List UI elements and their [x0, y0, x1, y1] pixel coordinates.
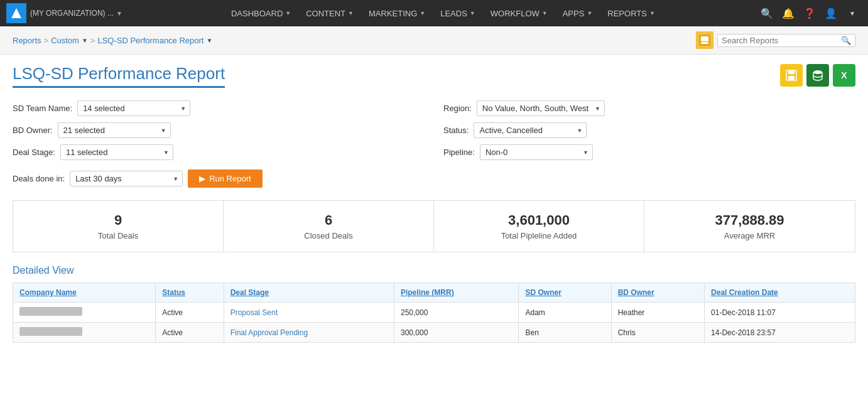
marketing-chevron: ▼ [420, 10, 425, 16]
database-report-icon[interactable] [806, 64, 829, 87]
top-navigation: (MY ORGANIZATION) ... ▼ DASHBOARD ▼ CONT… [0, 0, 868, 26]
stat-average-mrr: 377,888.89 Average MRR [644, 201, 855, 252]
stat-total-pipeline: 3,601,000 Total Pipleline Added [434, 201, 644, 252]
search-reports-input-wrap[interactable]: 🔍 [717, 34, 855, 47]
blurred-company [19, 307, 82, 316]
col-company-name[interactable]: Company Name [13, 283, 156, 303]
pipeline-select[interactable]: Non-0 [480, 144, 593, 160]
region-filter-row: Region: No Value, North, South, West [443, 100, 855, 116]
status-select-wrapper[interactable]: Active, Cancelled [474, 122, 587, 138]
save-folder-icon[interactable] [696, 31, 713, 49]
region-select-wrapper[interactable]: No Value, North, South, West [477, 100, 605, 116]
nav-apps[interactable]: APPS ▼ [555, 0, 600, 26]
sd-team-select-wrapper[interactable]: 14 selected [77, 100, 190, 116]
nav-dashboard[interactable]: DASHBOARD ▼ [224, 0, 298, 26]
search-reports-icon[interactable]: 🔍 [841, 36, 851, 45]
average-mrr-label: Average MRR [651, 231, 849, 240]
cell-company-name [13, 323, 156, 343]
col-status[interactable]: Status [156, 283, 224, 303]
col-bd-owner[interactable]: BD Owner [611, 283, 704, 303]
svg-rect-5 [788, 70, 795, 74]
run-report-button[interactable]: ▶ Run Report [188, 169, 262, 188]
nav-marketing[interactable]: MARKETING ▼ [361, 0, 433, 26]
org-label[interactable]: (MY ORGANIZATION) ... [30, 9, 114, 18]
status-label: Status: [443, 126, 469, 135]
stat-total-deals: 9 Total Deals [13, 201, 224, 252]
col-sd-owner[interactable]: SD Owner [519, 283, 611, 303]
profile-icon[interactable]: 👤 [822, 4, 840, 23]
bd-owner-select-wrapper[interactable]: 21 selected [58, 122, 171, 138]
nav-reports[interactable]: REPORTS ▼ [600, 0, 663, 26]
breadcrumb-bar: Reports > Custom ▼ > LSQ-SD Performance … [0, 26, 868, 55]
average-mrr-value: 377,888.89 [651, 212, 849, 229]
report-actions: X [780, 64, 855, 87]
svg-rect-2 [701, 36, 708, 41]
custom-chevron-icon[interactable]: ▼ [82, 37, 88, 44]
cell-bd-owner: Chris [611, 323, 704, 343]
logo-box [6, 3, 26, 23]
deals-done-select-wrapper[interactable]: Last 30 days [70, 171, 183, 186]
breadcrumb-report-name[interactable]: LSQ-SD Performance Report [97, 36, 203, 45]
col-deal-stage[interactable]: Deal Stage [224, 283, 394, 303]
pipeline-label: Pipeline: [443, 148, 475, 157]
table-row: ActiveProposal Sent250,000AdamHeather01-… [13, 303, 855, 323]
search-reports-input[interactable] [722, 36, 841, 45]
logo-area[interactable]: (MY ORGANIZATION) ... ▼ [6, 3, 122, 23]
run-report-label: Run Report [209, 174, 251, 183]
table-body: ActiveProposal Sent250,000AdamHeather01-… [13, 303, 855, 343]
breadcrumb-custom[interactable]: Custom [51, 36, 79, 45]
nav-content[interactable]: CONTENT ▼ [298, 0, 361, 26]
blurred-company [19, 327, 82, 336]
deals-done-filter-row: Deals done in: Last 30 days ▶ Run Report [13, 169, 855, 188]
search-bar: 🔍 [696, 31, 855, 49]
closed-deals-label: Closed Deals [230, 231, 427, 240]
deals-done-label: Deals done in: [13, 174, 65, 183]
table-row: ActiveFinal Approval Pending300,000BenCh… [13, 323, 855, 343]
deal-stage-select-wrapper[interactable]: 11 selected [60, 144, 173, 160]
detailed-view-table: Company Name Status Deal Stage Pipeline … [13, 282, 855, 343]
pipeline-select-wrapper[interactable]: Non-0 [480, 144, 593, 160]
help-icon[interactable]: ❓ [800, 4, 819, 23]
deal-stage-select[interactable]: 11 selected [60, 144, 173, 160]
sd-team-filter-row: SD Team Name: 14 selected [13, 100, 425, 116]
svg-point-7 [813, 70, 822, 74]
bd-owner-select[interactable]: 21 selected [58, 122, 171, 138]
col-deal-creation-date[interactable]: Deal Creation Date [705, 283, 855, 303]
cell-sd-owner: Ben [519, 323, 611, 343]
col-pipeline-mrr[interactable]: Pipeline (MRR) [394, 283, 519, 303]
search-icon[interactable]: 🔍 [757, 4, 776, 23]
cell-deal-stage[interactable]: Proposal Sent [224, 303, 394, 323]
sd-team-select[interactable]: 14 selected [77, 100, 190, 116]
deal-stage-label: Deal Stage: [13, 148, 55, 157]
org-chevron[interactable]: ▼ [116, 10, 122, 17]
total-deals-label: Total Deals [19, 231, 217, 240]
content-chevron: ▼ [348, 10, 354, 16]
cell-company-name [13, 303, 156, 323]
report-name-chevron-icon[interactable]: ▼ [207, 37, 213, 44]
stat-closed-deals: 6 Closed Deals [224, 201, 434, 252]
reports-chevron: ▼ [649, 10, 655, 16]
play-icon: ▶ [199, 174, 205, 183]
sd-team-label: SD Team Name: [13, 104, 72, 113]
excel-export-icon[interactable]: X [833, 64, 855, 87]
save-report-icon[interactable] [780, 64, 803, 87]
status-filter-row: Status: Active, Cancelled [443, 122, 855, 138]
nav-leads[interactable]: LEADS ▼ [433, 0, 483, 26]
nav-workflow[interactable]: WORKFLOW ▼ [483, 0, 555, 26]
bell-icon[interactable]: 🔔 [779, 4, 798, 23]
detailed-view-title: Detailed View [13, 265, 855, 276]
main-content: LSQ-SD Performance Report X [0, 55, 868, 352]
breadcrumb-reports[interactable]: Reports [13, 36, 41, 45]
cell-bd-owner: Heather [611, 303, 704, 323]
deals-done-select[interactable]: Last 30 days [70, 171, 183, 186]
dashboard-chevron: ▼ [285, 10, 291, 16]
settings-chevron-icon[interactable]: ▼ [843, 4, 862, 23]
cell-deal-stage[interactable]: Final Approval Pending [224, 323, 394, 343]
svg-marker-0 [11, 8, 21, 18]
status-select[interactable]: Active, Cancelled [474, 122, 587, 138]
report-title-row: LSQ-SD Performance Report X [13, 64, 855, 88]
region-select[interactable]: No Value, North, South, West [477, 100, 605, 116]
bd-owner-label: BD Owner: [13, 126, 53, 135]
closed-deals-value: 6 [230, 212, 427, 229]
workflow-chevron: ▼ [542, 10, 548, 16]
